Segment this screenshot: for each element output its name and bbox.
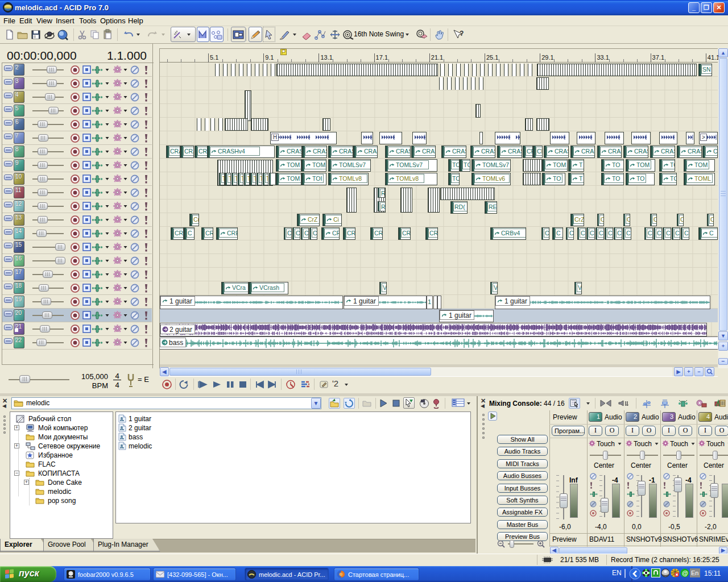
svg-text:@: @ (682, 569, 688, 576)
svg-text:En: En (691, 569, 698, 576)
svg-text:?: ? (460, 30, 464, 38)
